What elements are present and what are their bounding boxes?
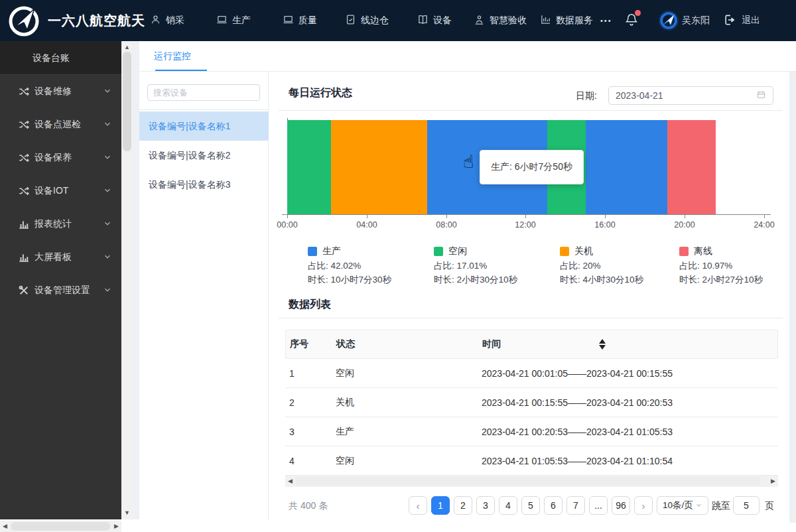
axis-tick-label: 12:00 (511, 220, 540, 230)
avatar[interactable] (659, 11, 679, 31)
legend-production: 生产 占比: 42.02% 时长: 10小时7分30秒 (308, 245, 431, 285)
sidebar-item-spot-inspection[interactable]: 设备点巡检 (0, 108, 121, 141)
chart-icon (18, 251, 30, 263)
page-right-margin (789, 72, 796, 523)
sidebar-item-report-statistics[interactable]: 报表统计 (0, 208, 121, 241)
date-picker-input[interactable]: 2023-04-21 (608, 86, 773, 105)
legend-ratio: 占比: 42.02% (308, 261, 431, 271)
page-button-3[interactable]: 3 (476, 496, 495, 515)
nav-item-sales[interactable]: 销采 (150, 0, 184, 41)
table-row[interactable]: 3 生产 2023-04-21 00:20:53——2023-04-21 01:… (285, 417, 778, 446)
pagination: ‹ 1 2 3 4 5 6 7 ... 96 › (409, 496, 653, 515)
chevron-down-icon (103, 119, 112, 131)
top-navbar: 一六八航空航天 销采 生产 质量 线边仓 设备 智慧验收 数据服务 (0, 0, 796, 41)
legend-duration: 时长: 4小时30分10秒 (560, 275, 683, 285)
device-list-item-3[interactable]: 设备编号|设备名称3 (139, 170, 269, 199)
tools-icon (18, 285, 30, 297)
table-row[interactable]: 1 空闲 2023-04-21 00:01:05——2023-04-21 00:… (285, 359, 778, 388)
device-list-item-1[interactable]: 设备编号|设备名称1 (139, 111, 269, 141)
chart-icon (18, 218, 30, 230)
column-header-no: 序号 (286, 338, 336, 350)
nav-item-equipment[interactable]: 设备 (417, 0, 452, 41)
pagination-total: 共 400 条 (289, 496, 328, 515)
page-button-1[interactable]: 1 (431, 496, 450, 515)
page-button-5[interactable]: 5 (521, 496, 540, 515)
tab-bar: 运行监控 (139, 41, 796, 72)
legend-color-swatch (308, 247, 317, 256)
sidebar-item-management-settings[interactable]: 设备管理设置 (0, 274, 121, 307)
divider (279, 318, 783, 318)
nav-item-smart-acceptance[interactable]: 智慧验收 (474, 0, 527, 41)
table-scrollbar-thumb[interactable] (296, 477, 760, 486)
data-table: 序号 状态 时间 1 空闲 2023-04-21 00:01:05——2023-… (285, 330, 778, 476)
next-page-button[interactable]: › (634, 496, 653, 515)
vertical-scrollbar-thumb[interactable] (123, 52, 131, 151)
sort-icon[interactable] (599, 339, 606, 350)
table-horizontal-scrollbar[interactable]: ◀ ▶ (285, 476, 778, 487)
main-panel: 每日运行状态 日期: 2023-04-21 00:00 04:00 08:00 … (269, 72, 789, 532)
device-list-item-2[interactable]: 设备编号|设备名称2 (139, 141, 269, 170)
scroll-up-arrow-icon[interactable]: ▲ (124, 44, 130, 50)
legend-duration: 时长: 2小时30分10秒 (434, 275, 557, 285)
nav-item-quality[interactable]: 质量 (283, 0, 317, 41)
more-menu-button[interactable]: ••• (600, 0, 612, 41)
legend-idle: 空闲 占比: 17.01% 时长: 2小时30分10秒 (434, 245, 557, 285)
scroll-right-arrow-icon[interactable]: ▶ (114, 523, 119, 529)
jump-page-input[interactable] (733, 496, 760, 515)
sidebar-item-iot[interactable]: 设备IOT (0, 174, 121, 208)
logout-button[interactable]: 退出 (723, 0, 760, 41)
scroll-down-arrow-icon[interactable]: ▼ (124, 510, 130, 516)
axis-tick-label: 20:00 (670, 220, 699, 230)
status-segment-离线[interactable] (667, 120, 716, 214)
page-button-96[interactable]: 96 (612, 496, 630, 515)
brand: 一六八航空航天 (7, 3, 145, 38)
table-header-row: 序号 状态 时间 (285, 330, 778, 359)
shuffle-icon (18, 86, 30, 98)
legend-ratio: 占比: 17.01% (434, 261, 557, 271)
content-gutter (133, 41, 139, 519)
divider (279, 110, 783, 111)
search-input[interactable] (147, 84, 260, 101)
jump-to-label: 跳至 (712, 496, 730, 515)
sidebar-item-upkeep[interactable]: 设备保养 (0, 141, 121, 174)
page-button-6[interactable]: 6 (544, 496, 563, 515)
column-header-status: 状态 (336, 338, 482, 350)
jump-page-suffix: 页 (765, 496, 774, 515)
notification-bell-icon[interactable] (624, 11, 641, 30)
date-label: 日期: (576, 90, 597, 102)
sidebar-vertical-scrollbar[interactable]: ▲ ▼ (121, 41, 133, 519)
legend-color-swatch (679, 247, 689, 256)
page-button-2[interactable]: 2 (454, 496, 472, 515)
chevron-down-icon (103, 153, 112, 164)
sidebar-header-equipment-ledger[interactable]: 设备台账 (0, 41, 121, 75)
scroll-left-arrow-icon[interactable]: ◀ (3, 523, 7, 529)
sidebar-item-dashboard[interactable]: 大屏看板 (0, 241, 121, 274)
page-size-select[interactable]: 10条/页 (657, 496, 708, 515)
legend-color-swatch (434, 247, 443, 256)
sidebar-horizontal-scrollbar[interactable]: ◀ ▶ (0, 521, 121, 532)
chevron-down-icon (103, 86, 112, 98)
horizontal-scrollbar-thumb[interactable] (11, 522, 110, 531)
username[interactable]: 吴东阳 (682, 0, 710, 41)
legend-duration: 时长: 10小时7分30秒 (308, 275, 431, 285)
status-segment-关机[interactable] (331, 120, 427, 214)
sidebar-item-maintenance[interactable]: 设备维修 (0, 75, 121, 108)
table-row[interactable]: 2 关机 2023-04-21 00:15:55——2023-04-21 00:… (285, 388, 778, 417)
prev-page-button[interactable]: ‹ (409, 496, 427, 515)
page-button-4[interactable]: 4 (499, 496, 517, 515)
calendar-icon (756, 90, 766, 102)
nav-item-data-service[interactable]: 数据服务 (540, 0, 593, 41)
scroll-right-arrow-icon[interactable]: ▶ (771, 478, 775, 484)
nav-item-production[interactable]: 生产 (216, 0, 251, 41)
book-icon (417, 14, 429, 27)
table-row[interactable]: 4 空闲 2023-04-21 01:05:53——2023-04-21 01:… (285, 446, 778, 476)
status-segment-空闲[interactable] (287, 120, 331, 214)
page-button-7[interactable]: 7 (566, 496, 585, 515)
notification-dot (635, 10, 641, 16)
nav-item-line-warehouse[interactable]: 线边仓 (345, 0, 389, 41)
page-ellipsis[interactable]: ... (589, 496, 608, 515)
tab-operation-monitor[interactable]: 运行监控 (154, 41, 191, 71)
scroll-left-arrow-icon[interactable]: ◀ (288, 478, 293, 484)
active-tab-underline (155, 70, 207, 71)
status-segment-生产[interactable] (586, 120, 667, 214)
